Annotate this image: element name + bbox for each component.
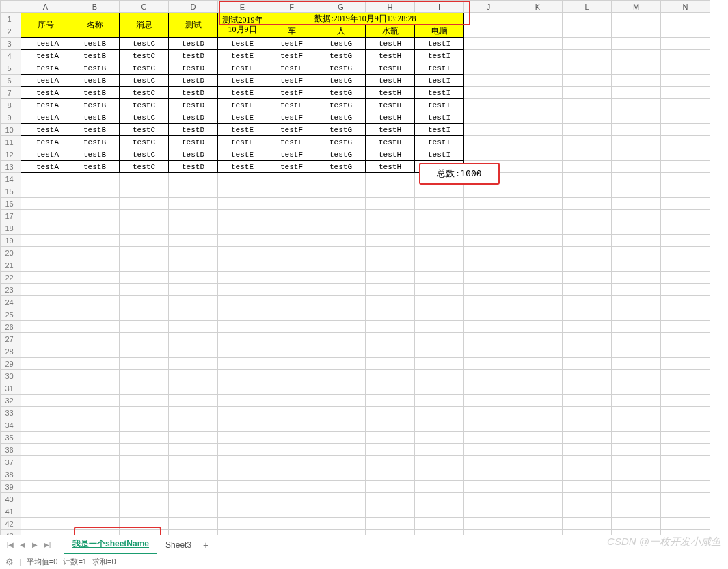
data-cell[interactable]: testB	[70, 111, 120, 124]
cell[interactable]	[316, 235, 366, 247]
column-header[interactable]: L	[563, 1, 612, 13]
cell[interactable]	[169, 358, 218, 370]
cell[interactable]	[563, 493, 612, 505]
row-header[interactable]: 43	[1, 530, 21, 535]
cell[interactable]	[563, 198, 612, 210]
cell[interactable]	[169, 370, 218, 382]
cell[interactable]	[169, 345, 218, 358]
row-header[interactable]: 20	[1, 247, 21, 259]
cell[interactable]	[513, 185, 563, 198]
cell[interactable]	[120, 185, 169, 198]
cell[interactable]	[464, 136, 513, 148]
cell[interactable]	[612, 370, 661, 382]
cell[interactable]	[366, 382, 415, 395]
cell[interactable]	[316, 432, 366, 444]
header-cell[interactable]: 人	[316, 25, 366, 38]
cell[interactable]	[218, 530, 267, 535]
header-cell[interactable]: 序号	[21, 13, 70, 38]
cell[interactable]	[464, 493, 513, 505]
cell[interactable]	[661, 321, 710, 333]
cell[interactable]	[169, 185, 218, 198]
cell[interactable]	[21, 333, 70, 345]
cell[interactable]	[120, 210, 169, 222]
data-cell[interactable]: testI	[415, 136, 464, 148]
cell[interactable]	[661, 518, 710, 530]
cell[interactable]	[612, 173, 661, 185]
cell[interactable]	[661, 210, 710, 222]
cell[interactable]	[21, 284, 70, 296]
nav-last-button[interactable]: ▶|	[41, 539, 53, 551]
data-cell[interactable]: testA	[21, 87, 70, 99]
cell[interactable]	[612, 111, 661, 124]
data-cell[interactable]: testE	[218, 62, 267, 75]
cell[interactable]	[661, 99, 710, 111]
data-cell[interactable]: testE	[218, 148, 267, 161]
cell[interactable]	[612, 75, 661, 87]
cell[interactable]	[218, 395, 267, 407]
cell[interactable]	[267, 247, 316, 259]
cell[interactable]	[513, 75, 563, 87]
cell[interactable]	[70, 198, 120, 210]
cell[interactable]	[169, 333, 218, 345]
cell[interactable]	[70, 407, 120, 419]
data-cell[interactable]: testD	[169, 99, 218, 111]
cell[interactable]	[218, 272, 267, 284]
cell[interactable]	[563, 530, 612, 535]
cell[interactable]	[267, 419, 316, 432]
cell[interactable]	[513, 148, 563, 161]
cell[interactable]	[513, 333, 563, 345]
column-header[interactable]: N	[661, 1, 710, 13]
cell[interactable]	[218, 407, 267, 419]
cell[interactable]	[661, 493, 710, 505]
cell[interactable]	[70, 272, 120, 284]
row-header[interactable]: 21	[1, 259, 21, 272]
cell[interactable]	[169, 308, 218, 321]
cell[interactable]	[661, 333, 710, 345]
data-cell[interactable]: testB	[70, 148, 120, 161]
cell[interactable]	[267, 173, 316, 185]
cell[interactable]	[563, 13, 612, 25]
cell[interactable]	[120, 259, 169, 272]
data-cell[interactable]: testG	[316, 148, 366, 161]
cell[interactable]	[120, 530, 169, 535]
cell[interactable]	[563, 99, 612, 111]
data-cell[interactable]: testD	[169, 87, 218, 99]
cell[interactable]	[366, 530, 415, 535]
cell[interactable]	[366, 493, 415, 505]
data-cell[interactable]: testI	[415, 75, 464, 87]
cell[interactable]	[70, 432, 120, 444]
cell[interactable]	[415, 198, 464, 210]
column-header[interactable]: I	[415, 1, 464, 13]
header-cell[interactable]: 车	[267, 25, 316, 38]
cell[interactable]	[563, 284, 612, 296]
cell[interactable]	[563, 235, 612, 247]
data-cell[interactable]: testA	[21, 111, 70, 124]
cell[interactable]	[415, 333, 464, 345]
header-cell[interactable]: 测试	[169, 13, 218, 38]
cell[interactable]	[366, 210, 415, 222]
cell[interactable]	[415, 505, 464, 518]
cell[interactable]	[415, 518, 464, 530]
cell[interactable]	[661, 530, 710, 535]
data-cell[interactable]: testA	[21, 124, 70, 136]
cell[interactable]	[21, 345, 70, 358]
cell[interactable]	[513, 38, 563, 50]
cell[interactable]	[218, 419, 267, 432]
cell[interactable]	[661, 395, 710, 407]
cell[interactable]	[366, 247, 415, 259]
cell[interactable]	[316, 284, 366, 296]
cell[interactable]	[464, 38, 513, 50]
cell[interactable]	[661, 432, 710, 444]
data-cell[interactable]: testI	[415, 99, 464, 111]
cell[interactable]	[21, 518, 70, 530]
cell[interactable]	[21, 222, 70, 235]
cell[interactable]	[169, 296, 218, 308]
data-cell[interactable]: testA	[21, 99, 70, 111]
cell[interactable]	[218, 235, 267, 247]
cell[interactable]	[120, 456, 169, 468]
cell[interactable]	[612, 62, 661, 75]
cell[interactable]	[169, 407, 218, 419]
cell[interactable]	[415, 210, 464, 222]
cell[interactable]	[120, 308, 169, 321]
cell[interactable]	[169, 321, 218, 333]
